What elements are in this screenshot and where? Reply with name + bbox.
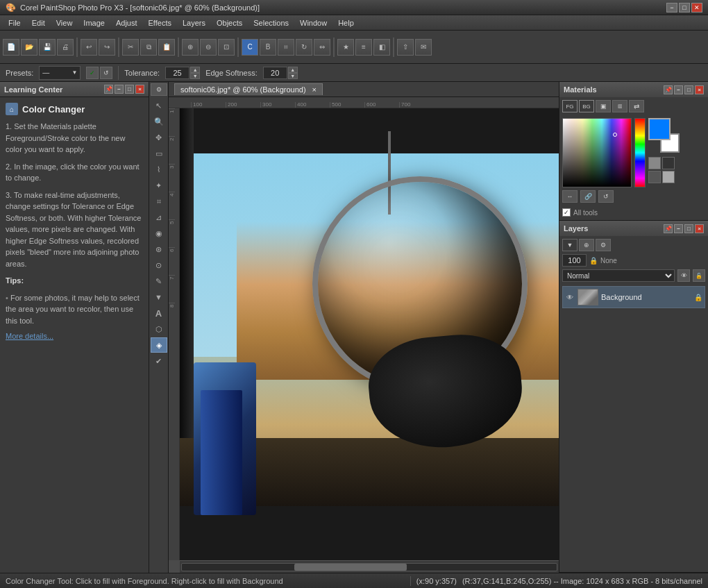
toolbar-share[interactable]: ⇧ — [397, 39, 414, 56]
lay-pin-btn[interactable]: 📌 — [664, 224, 673, 233]
lay-merge-btn[interactable]: ⚙ — [596, 239, 611, 251]
lay-max-btn[interactable]: □ — [684, 224, 693, 233]
lay-min-btn[interactable]: − — [674, 224, 683, 233]
tool-paint[interactable]: ✎ — [151, 274, 167, 289]
mini-swatch-med[interactable] — [648, 171, 661, 183]
tool-pan[interactable]: ✥ — [151, 130, 167, 145]
toolbar-save[interactable]: 💾 — [39, 39, 56, 56]
menu-file[interactable]: File — [3, 15, 26, 30]
tool-fill[interactable]: ▼ — [151, 289, 167, 305]
toolbar-zoom-in[interactable]: ⊕ — [182, 39, 199, 56]
mat-link-btn[interactable]: 🔗 — [580, 190, 596, 203]
toolbar-layers2[interactable]: ◧ — [373, 39, 390, 56]
menu-view[interactable]: View — [51, 15, 78, 30]
all-tools-checkbox[interactable]: ✓ — [562, 208, 571, 217]
toolbar-copy[interactable]: ⧉ — [140, 39, 157, 56]
menu-selections[interactable]: Selections — [248, 15, 294, 30]
toolbar-bw[interactable]: B — [260, 39, 276, 56]
edge-softness-down[interactable]: ▼ — [288, 73, 298, 79]
edge-softness-up[interactable]: ▲ — [288, 67, 298, 73]
mat-gradient-btn[interactable]: ▣ — [596, 100, 611, 112]
mat-foreground-btn[interactable]: FG — [562, 100, 578, 112]
mat-pin-btn[interactable]: 📌 — [664, 85, 673, 94]
toolbar-fit[interactable]: ⊡ — [218, 39, 235, 56]
toolbar-new[interactable]: 📄 — [3, 39, 19, 56]
tool-vector[interactable]: ⬡ — [151, 321, 167, 337]
tool-options-btn[interactable]: ⚙ — [151, 83, 167, 96]
scrollbar-track-h[interactable] — [181, 563, 557, 571]
layer-row-background[interactable]: 👁 Background 🔒 — [562, 286, 705, 308]
mat-min-btn[interactable]: − — [674, 85, 683, 94]
mat-transfer-btn[interactable]: ↔ — [562, 190, 578, 203]
toolbar-adjust[interactable]: ≡ — [355, 39, 372, 56]
preset-reset-btn[interactable]: ↺ — [100, 67, 112, 79]
menu-layers[interactable]: Layers — [177, 15, 211, 30]
lay-close-btn[interactable]: × — [695, 224, 704, 233]
mini-swatch-light[interactable] — [662, 171, 675, 183]
toolbar-color[interactable]: C — [242, 39, 258, 56]
menu-adjust[interactable]: Adjust — [110, 15, 143, 30]
layer-lock-btn[interactable]: 🔓 — [693, 269, 705, 282]
lc-min-btn[interactable]: − — [115, 85, 124, 94]
color-spectrum[interactable] — [562, 118, 632, 187]
layer-blend-mode[interactable]: Normal — [562, 269, 675, 282]
tool-retouch[interactable]: ⊙ — [151, 258, 167, 273]
canvas-tab-close[interactable]: × — [312, 85, 317, 94]
tool-crop[interactable]: ⌗ — [151, 194, 167, 209]
tool-eyedropper[interactable]: ✔ — [151, 353, 167, 369]
mat-close-btn[interactable]: × — [695, 85, 704, 94]
lc-max-btn[interactable]: □ — [125, 85, 134, 94]
lc-more-details-link[interactable]: More details... — [6, 332, 143, 340]
lc-close-btn[interactable]: × — [135, 85, 144, 94]
tool-selection-rect[interactable]: ▭ — [151, 146, 167, 161]
toolbar-open[interactable]: 📂 — [21, 39, 37, 56]
fg-color-swatch[interactable] — [648, 118, 671, 140]
lay-duplicate-btn[interactable]: ⊕ — [579, 239, 594, 251]
minimize-btn[interactable]: − — [666, 3, 677, 12]
close-btn[interactable]: ✕ — [691, 3, 702, 12]
menu-image[interactable]: Image — [78, 15, 110, 30]
tool-color-changer[interactable]: ◈ — [151, 337, 167, 353]
toolbar-cut[interactable]: ✂ — [122, 39, 139, 56]
hue-bar[interactable] — [634, 118, 646, 187]
tool-clone[interactable]: ⊛ — [151, 242, 167, 257]
tool-red-eye[interactable]: ◉ — [151, 226, 167, 241]
toolbar-rotate[interactable]: ↻ — [296, 39, 312, 56]
mat-max-btn[interactable]: □ — [684, 85, 693, 94]
mat-pattern-btn[interactable]: ▥ — [612, 100, 627, 112]
toolbar-effects[interactable]: ★ — [337, 39, 354, 56]
layer-visibility-btn[interactable]: 👁 — [677, 269, 690, 282]
menu-effects[interactable]: Effects — [143, 15, 177, 30]
tool-magic-wand[interactable]: ✦ — [151, 178, 167, 193]
canvas-image[interactable] — [180, 108, 559, 560]
menu-help[interactable]: Help — [332, 15, 360, 30]
tool-selection-freehand[interactable]: ⌇ — [151, 162, 167, 177]
menu-objects[interactable]: Objects — [211, 15, 248, 30]
toolbar-resize[interactable]: ⇔ — [314, 39, 330, 56]
tool-zoom[interactable]: 🔍 — [151, 114, 167, 129]
tool-straighten[interactable]: ⊿ — [151, 210, 167, 225]
edge-softness-input[interactable] — [263, 67, 287, 79]
mini-swatch-gray[interactable] — [648, 157, 661, 169]
tolerance-input[interactable] — [165, 67, 189, 79]
maximize-btn[interactable]: □ — [679, 3, 690, 12]
layer-opacity-input[interactable] — [562, 254, 587, 267]
canvas-tab-active[interactable]: softonic06.jpg* @ 60% (Background) × — [174, 83, 323, 95]
menu-edit[interactable]: Edit — [26, 15, 51, 30]
menu-window[interactable]: Window — [294, 15, 332, 30]
tool-text[interactable]: A — [151, 305, 167, 321]
layer-visibility-eye[interactable]: 👁 — [565, 292, 575, 302]
scrollbar-thumb-h[interactable] — [294, 564, 407, 571]
toolbar-paste[interactable]: 📋 — [158, 39, 175, 56]
canvas-container[interactable]: 100 200 300 400 500 600 700 1 2 3 4 5 6 — [169, 97, 559, 573]
lc-pin-btn[interactable]: 📌 — [104, 85, 113, 94]
toolbar-zoom-out[interactable]: ⊖ — [200, 39, 217, 56]
tool-arrow[interactable]: ↖ — [151, 98, 167, 113]
horizontal-scrollbar[interactable] — [180, 560, 559, 573]
mini-swatch-dark[interactable] — [662, 157, 675, 169]
mat-background-btn[interactable]: BG — [579, 100, 594, 112]
toolbar-email[interactable]: ✉ — [415, 39, 432, 56]
presets-dropdown[interactable]: — ▼ — [39, 66, 81, 80]
toolbar-redo[interactable]: ↪ — [99, 39, 115, 56]
mat-swap-btn[interactable]: ⇄ — [629, 100, 644, 112]
